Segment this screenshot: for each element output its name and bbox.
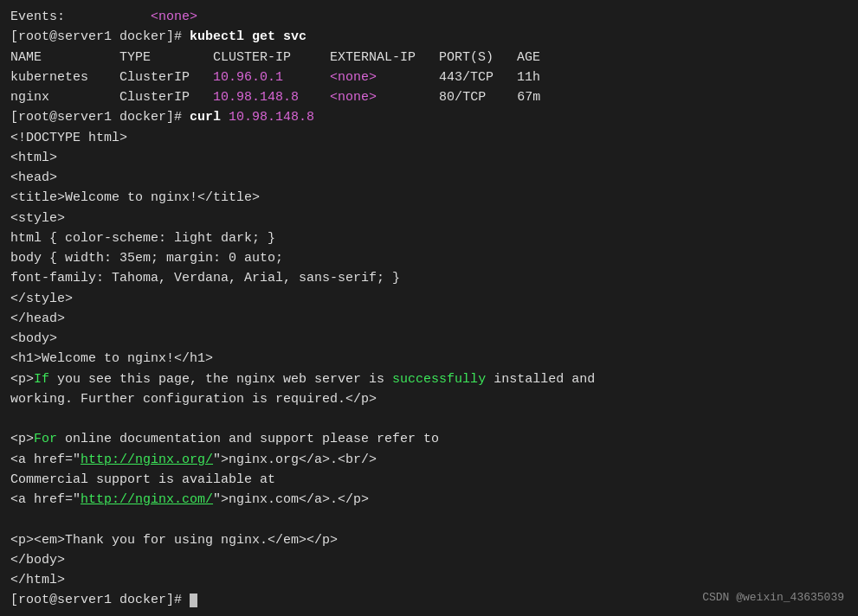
line-p-if: <p>If you see this page, the nginx web s… [10,369,848,389]
line-thank-you: <p><em>Thank you for using nginx.</em></… [10,530,848,550]
none-tag-k8s: <none> [330,70,377,85]
line-font-family: font-family: Tahoma, Verdana, Arial, san… [10,268,848,288]
svc-nginx-ext [299,90,330,105]
line-body-close: </body> [10,550,848,570]
line-svc-kubernetes: kubernetes ClusterIP 10.96.0.1 <none> 44… [10,67,848,87]
cursor [190,594,197,607]
watermark: CSDN @weixin_43635039 [702,591,844,604]
terminal[interactable]: Events: <none> [root@server1 docker]# ku… [0,0,858,616]
for-tag: For [34,432,57,446]
line-curl-cmd: [root@server1 docker]# curl 10.98.148.8 [10,107,848,127]
p-if-rest: installed and [486,372,595,387]
p-for-open: <p> [10,432,34,446]
cmd-curl: curl [190,110,229,125]
line-style-open: <style> [10,209,848,228]
line-doctype: <!DOCTYPE html> [10,128,848,148]
a-open-org: <a href=" [10,452,81,467]
p-open: <p> [10,372,34,387]
prompt-final: [root@server1 docker]# [10,593,190,607]
anchor-http-nginx-com: http://nginx.com/ [81,492,213,507]
a-open-com: <a href=" [10,492,81,507]
none-tag-events: <none> [151,10,197,24]
svc-nginx-ip: 10.98.148.8 [213,90,299,105]
a-close-org: ">nginx.org</a>.<br/> [213,452,377,467]
line-head-close: </head> [10,309,848,329]
line-p-for: <p>For online documentation and support … [10,429,848,449]
line-title: <title>Welcome to nginx!</title> [10,188,848,208]
p-for-text: online documentation and support please … [57,432,439,446]
line-html-open: <html> [10,148,848,168]
line-head-open: <head> [10,168,848,188]
a-close-com: ">nginx.com</a>.</p> [213,492,369,507]
curl-ip: 10.98.148.8 [229,110,314,125]
svc-nginx-name: nginx ClusterIP [10,90,213,105]
line-events: Events: <none> [10,7,848,27]
p-if-text: you see this page, the nginx web server … [49,372,392,387]
line-empty-1 [10,409,848,429]
none-tag-nginx: <none> [330,90,377,105]
anchor-http-nginx-org: http://nginx.org/ [81,452,213,467]
svc-kubernetes-port: 443/TCP 11h [377,70,540,85]
line-working: working. Further configuration is requir… [10,389,848,409]
svc-kubernetes-name: kubernetes ClusterIP [10,70,213,85]
line-svc-header: NAME TYPE CLUSTER-IP EXTERNAL-IP PORT(S)… [10,48,848,67]
svc-kubernetes-ext [283,70,330,85]
prompt-1: [root@server1 docker]# [10,29,190,44]
line-kubectl-get-svc: [root@server1 docker]# kubectl get svc [10,27,848,47]
line-style-close: </style> [10,289,848,309]
cmd-kubectl-get-svc: kubectl get svc [190,29,306,44]
line-svc-nginx: nginx ClusterIP 10.98.148.8 <none> 80/TC… [10,87,848,107]
line-commercial: Commercial support is available at [10,470,848,490]
line-h1: <h1>Welcome to nginx!</h1> [10,349,848,369]
line-color-scheme: html { color-scheme: light dark; } [10,228,848,248]
line-html-close: </html> [10,570,848,590]
line-body-open: <body> [10,329,848,349]
svc-nginx-port: 80/TCP 67m [377,90,540,105]
line-body-width: body { width: 35em; margin: 0 auto; [10,248,848,268]
prompt-2: [root@server1 docker]# [10,110,190,125]
svc-kubernetes-ip: 10.96.0.1 [213,70,283,85]
line-anchor-nginx-org: <a href="http://nginx.org/">nginx.org</a… [10,450,848,470]
if-tag: If [34,372,49,387]
line-empty-2 [10,510,848,529]
successfully-word: successfully [392,372,486,387]
line-anchor-nginx-com: <a href="http://nginx.com/">nginx.com</a… [10,490,848,510]
